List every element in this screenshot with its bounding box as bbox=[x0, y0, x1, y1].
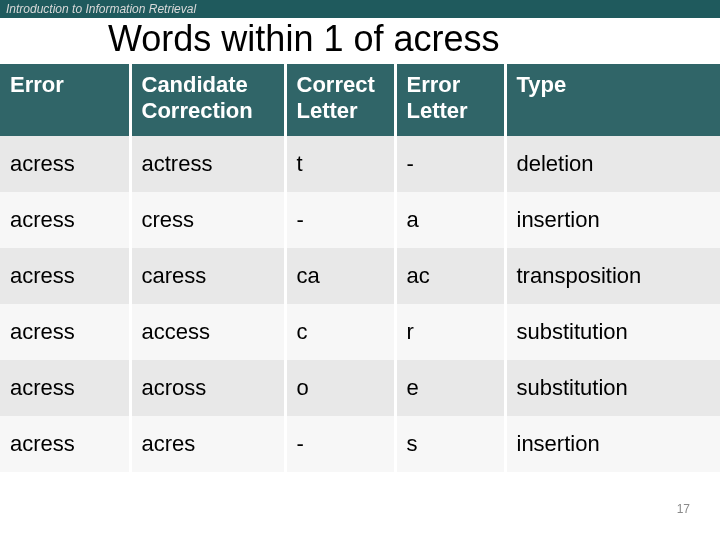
cell-type: deletion bbox=[505, 136, 720, 192]
th-type: Type bbox=[505, 64, 720, 136]
table-row: acress access c r substitution bbox=[0, 304, 720, 360]
table-row: acress actress t - deletion bbox=[0, 136, 720, 192]
cell-candidate: actress bbox=[130, 136, 285, 192]
cell-candidate: across bbox=[130, 360, 285, 416]
cell-candidate: access bbox=[130, 304, 285, 360]
cell-candidate: cress bbox=[130, 192, 285, 248]
cell-candidate: caress bbox=[130, 248, 285, 304]
cell-type: substitution bbox=[505, 304, 720, 360]
table-row: acress cress - a insertion bbox=[0, 192, 720, 248]
th-correct-letter: Correct Letter bbox=[285, 64, 395, 136]
cell-correct-letter: o bbox=[285, 360, 395, 416]
cell-correct-letter: - bbox=[285, 416, 395, 472]
cell-type: insertion bbox=[505, 192, 720, 248]
cell-error-letter: ac bbox=[395, 248, 505, 304]
table-header-row: Error Candidate Correction Correct Lette… bbox=[0, 64, 720, 136]
header-bar: Introduction to Information Retrieval bbox=[0, 0, 720, 18]
slide-title: Words within 1 of acress bbox=[0, 18, 720, 64]
cell-error-letter: e bbox=[395, 360, 505, 416]
cell-correct-letter: ca bbox=[285, 248, 395, 304]
cell-error: acress bbox=[0, 416, 130, 472]
cell-correct-letter: c bbox=[285, 304, 395, 360]
cell-correct-letter: t bbox=[285, 136, 395, 192]
th-error: Error bbox=[0, 64, 130, 136]
table-row: acress caress ca ac transposition bbox=[0, 248, 720, 304]
cell-error-letter: a bbox=[395, 192, 505, 248]
table-row: acress acres - s insertion bbox=[0, 416, 720, 472]
cell-error: acress bbox=[0, 248, 130, 304]
cell-error: acress bbox=[0, 136, 130, 192]
cell-error: acress bbox=[0, 360, 130, 416]
cell-type: substitution bbox=[505, 360, 720, 416]
cell-error-letter: - bbox=[395, 136, 505, 192]
page-number: 17 bbox=[677, 502, 690, 516]
cell-error: acress bbox=[0, 304, 130, 360]
header-tagline: Introduction to Information Retrieval bbox=[6, 2, 196, 16]
cell-type: insertion bbox=[505, 416, 720, 472]
table-row: acress across o e substitution bbox=[0, 360, 720, 416]
cell-type: transposition bbox=[505, 248, 720, 304]
th-error-letter: Error Letter bbox=[395, 64, 505, 136]
cell-error: acress bbox=[0, 192, 130, 248]
cell-candidate: acres bbox=[130, 416, 285, 472]
cell-correct-letter: - bbox=[285, 192, 395, 248]
th-candidate: Candidate Correction bbox=[130, 64, 285, 136]
cell-error-letter: r bbox=[395, 304, 505, 360]
cell-error-letter: s bbox=[395, 416, 505, 472]
correction-table: Error Candidate Correction Correct Lette… bbox=[0, 64, 720, 472]
